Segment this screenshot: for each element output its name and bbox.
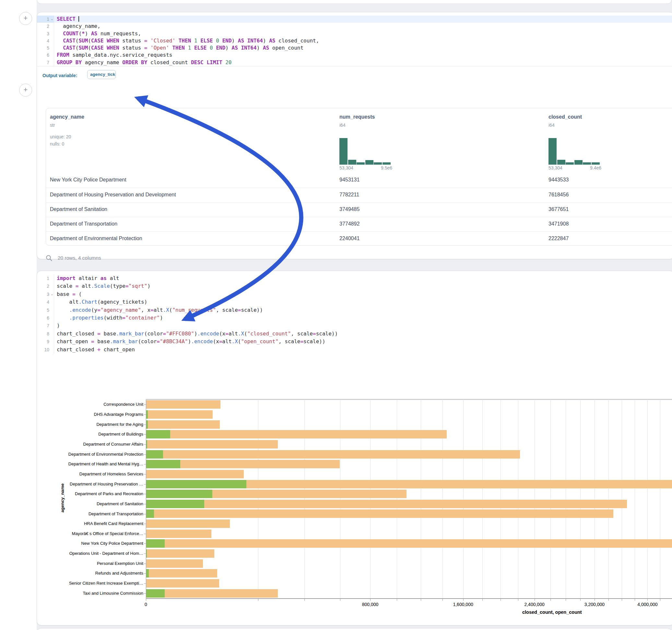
code-line[interactable]: 7GROUP BY agency_name ORDER BY closed_co…	[37, 59, 672, 66]
line-number: 4	[37, 37, 54, 44]
histogram-bar	[339, 138, 347, 165]
column-header[interactable]: num_requests	[339, 114, 375, 120]
add-cell-button-top[interactable]: +	[19, 12, 32, 25]
column-header[interactable]: agency_name	[50, 114, 84, 120]
result-table: agency_namestrunique: 20nulls: 0num_requ…	[46, 108, 672, 246]
y-axis-label: Operations Unit - Department of Hom…	[14, 551, 143, 556]
code-line[interactable]: 9chart_open = base.mark_bar(color="#8BC3…	[37, 338, 672, 345]
bar-closed_count	[146, 509, 613, 518]
line-number: 7	[37, 59, 54, 66]
fold-chevron-icon[interactable]: ⌄	[51, 15, 53, 22]
x-axis-label: 0	[126, 602, 165, 607]
gridline	[304, 399, 305, 598]
altair-bar-chart[interactable]: Correspondence UnitDHS Advantage Program…	[146, 399, 672, 598]
gridline	[463, 399, 463, 598]
y-axis-title: agency_name	[60, 484, 65, 512]
bar-open_count	[146, 500, 204, 508]
gridline	[397, 399, 397, 598]
code-line[interactable]: 2scale = alt.Scale(type="sqrt")	[37, 282, 672, 290]
code-text: import altair as alt	[57, 274, 119, 282]
table-cell: 3774892	[339, 221, 360, 227]
code-line[interactable]: 6 .properties(width="container")	[37, 314, 672, 322]
gridline	[518, 399, 518, 598]
bar-closed_count	[146, 450, 520, 459]
code-line[interactable]: 4 alt.Chart(agency_tickets)	[37, 298, 672, 306]
table-row[interactable]: Department of Housing Preservation and D…	[46, 188, 672, 202]
code-line[interactable]: 8chart_closed = base.mark_bar(color="#FF…	[37, 330, 672, 338]
table-row[interactable]: Department of Transportation377489234719…	[46, 217, 672, 232]
x-tick	[580, 599, 581, 601]
x-tick	[566, 599, 566, 601]
code-text: GROUP BY agency_name ORDER BY closed_cou…	[57, 59, 232, 66]
search-icon[interactable]	[46, 255, 52, 262]
bar-open_count	[146, 430, 170, 438]
sql-code-editor[interactable]: 1⌄SELECT 2 agency_name,3 COUNT(*) AS num…	[37, 16, 672, 66]
table-row[interactable]: Department of Sanitation37494853677651	[46, 202, 672, 217]
table-row[interactable]: Department of Environmental Protection22…	[46, 232, 672, 246]
line-number: 2	[37, 23, 54, 30]
code-line[interactable]: 6FROM sample_data.nyc.service_requests	[37, 51, 672, 59]
bar-open_count	[146, 450, 163, 459]
y-axis-label: Mayorâ€ s Office of Special Enforce…	[14, 531, 143, 536]
bar-closed_count	[146, 589, 278, 598]
code-line[interactable]: 3 COUNT(*) AS num_requests,	[37, 30, 672, 37]
line-number: 3	[37, 30, 54, 37]
y-tick	[144, 573, 146, 574]
fold-chevron-icon[interactable]: ⌄	[51, 290, 53, 298]
code-line[interactable]: 1import altair as alt	[37, 274, 672, 282]
table-cell: Department of Sanitation	[50, 207, 107, 212]
line-number: 3⌄	[37, 290, 54, 298]
column-histogram	[549, 138, 600, 165]
bar-open_count	[146, 539, 165, 548]
code-line[interactable]: 1⌄SELECT	[37, 16, 672, 23]
output-variable-pill[interactable]: agency_tickets	[87, 70, 116, 79]
histogram-max-label: 9.4e6	[590, 165, 601, 170]
y-axis-label: Department of Health and Mental Hyg…	[14, 461, 143, 466]
line-number: 1	[37, 274, 54, 282]
bar-closed_count	[146, 579, 219, 587]
bar-open_count	[146, 509, 154, 518]
code-line[interactable]: 2 agency_name,	[37, 23, 672, 30]
bar-closed_count	[146, 519, 230, 528]
gridline	[258, 399, 258, 598]
code-text: base = (	[57, 290, 82, 298]
histogram-bar	[365, 160, 374, 165]
table-cell: 2222847	[549, 236, 569, 241]
code-line[interactable]: 5 .encode(y="agency_name", x=alt.X("num_…	[37, 306, 672, 314]
table-row[interactable]: New York City Police Department945313194…	[46, 173, 672, 188]
gridline	[608, 399, 609, 598]
gridline	[622, 399, 622, 598]
code-text: chart_open = base.mark_bar(color="#8BC34…	[57, 338, 326, 345]
gridline	[550, 399, 551, 598]
x-tick	[421, 599, 421, 601]
code-line[interactable]: 5 CAST(SUM(CASE WHEN status = 'Open' THE…	[37, 44, 672, 51]
python-code-editor[interactable]: 1import altair as alt2scale = alt.Scale(…	[37, 274, 672, 354]
code-line[interactable]: 10chart_closed + chart_open	[37, 346, 672, 354]
y-axis-label: Taxi and Limousine Commission	[14, 591, 143, 596]
y-tick	[144, 583, 146, 584]
y-axis-line	[146, 399, 146, 598]
y-tick	[144, 414, 146, 415]
gridline	[566, 399, 566, 598]
histogram-min-label: 53,304	[339, 165, 353, 170]
bar-open_count	[146, 460, 180, 468]
x-tick	[550, 599, 551, 601]
table-cell: Department of Environmental Protection	[50, 236, 142, 241]
bar-closed_count	[146, 530, 211, 538]
line-number: 1⌄	[37, 16, 54, 23]
add-cell-button-mid[interactable]: +	[19, 83, 32, 97]
bar-open_count	[146, 569, 149, 578]
code-text: SELECT	[57, 16, 79, 23]
x-axis-label: 3,200,000	[575, 602, 614, 607]
code-text: chart_closed = base.mark_bar(color="#FFC…	[57, 330, 338, 338]
line-number: 6	[37, 51, 54, 59]
code-line[interactable]: 4 CAST(SUM(CASE WHEN status = 'Closed' T…	[37, 37, 672, 44]
y-axis-label: New York City Police Department	[14, 541, 143, 546]
code-line[interactable]: 3⌄base = (	[37, 290, 672, 298]
column-header[interactable]: closed_count	[549, 114, 582, 120]
code-line[interactable]: 7)	[37, 322, 672, 330]
gridline	[421, 399, 421, 598]
column-stat: nulls: 0	[50, 141, 64, 146]
x-tick	[622, 599, 622, 601]
code-text: )	[57, 322, 60, 330]
